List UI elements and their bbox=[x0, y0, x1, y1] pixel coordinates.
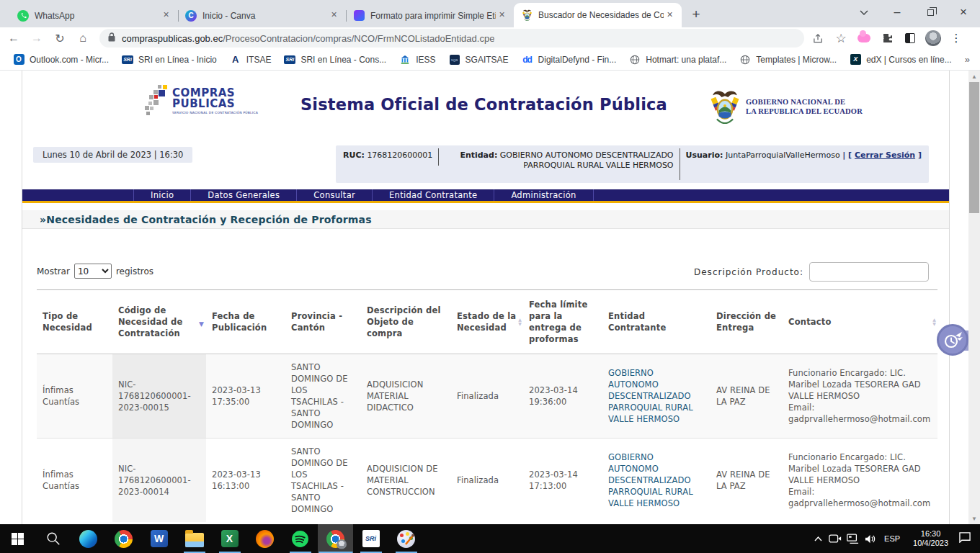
nav-consultar[interactable]: Consultar bbox=[297, 189, 373, 201]
taskbar-file-explorer[interactable] bbox=[177, 524, 212, 553]
col-codigo-necesidad[interactable]: Código de Necesidad de Contratación▼ bbox=[112, 290, 206, 354]
bookmark-star-icon[interactable]: ☆ bbox=[832, 29, 850, 48]
tab-canva[interactable]: C Inicio - Canva × bbox=[178, 4, 346, 27]
close-icon[interactable]: × bbox=[160, 9, 172, 22]
minimize-button[interactable]: – bbox=[881, 0, 914, 24]
tab-buscador-necesidades[interactable]: Buscador de Necesidades de Con × bbox=[514, 3, 682, 27]
tab-whatsapp[interactable]: WhatsApp × bbox=[10, 4, 178, 27]
col-direccion-entrega[interactable]: Dirección de Entrega bbox=[710, 290, 783, 354]
extensions-puzzle-icon[interactable] bbox=[878, 29, 896, 48]
forward-button[interactable]: → bbox=[27, 29, 46, 48]
scroll-up-icon[interactable]: ▲ bbox=[968, 71, 980, 82]
share-icon[interactable] bbox=[808, 29, 827, 48]
bookmark-sri-consultas[interactable]: SRiSRI en Línea - Cons... bbox=[278, 51, 392, 68]
bookmark-itsae[interactable]: AITSAE bbox=[224, 51, 277, 68]
tab-labels[interactable]: Formato para imprimir Simple Eti × bbox=[346, 4, 514, 27]
sort-both-icon[interactable]: ▲▼ bbox=[932, 318, 936, 326]
bookmark-outlook[interactable]: OOutlook.com - Micr... bbox=[7, 51, 115, 68]
nav-inicio[interactable]: Inicio bbox=[134, 189, 191, 201]
entidad-link[interactable]: GOBIERNO AUTONOMO DESCENTRALIZADO PARROQ… bbox=[608, 452, 693, 508]
cell-direccion: AV REINA DE LA PAZ bbox=[710, 354, 783, 439]
globe-icon bbox=[629, 54, 641, 66]
floating-timer-widget[interactable] bbox=[937, 324, 968, 356]
meet-now-icon[interactable] bbox=[827, 524, 844, 553]
col-descripcion-objeto[interactable]: Descripción del Objeto de compra bbox=[361, 290, 451, 354]
scrollbar-thumb[interactable] bbox=[969, 82, 979, 213]
reload-button[interactable]: ↻ bbox=[50, 29, 69, 48]
bookmark-sgaitsae[interactable]: sgaSGAITSAE bbox=[443, 51, 514, 68]
entidad-link[interactable]: GOBIERNO AUTONOMO DESCENTRALIZADO PARROQ… bbox=[608, 368, 693, 424]
bookmark-hotmart[interactable]: Hotmart: una plataf... bbox=[623, 51, 732, 68]
taskbar-search[interactable] bbox=[35, 524, 71, 553]
winged-clock-icon[interactable] bbox=[937, 324, 968, 356]
mostrar-label: Mostrar bbox=[37, 266, 70, 276]
bookmarks-bar: OOutlook.com - Micr... SRiSRI en Línea -… bbox=[0, 49, 980, 71]
address-bar[interactable]: compraspublicas.gob.ec/ProcesoContrataci… bbox=[99, 29, 804, 48]
taskbar-chrome-active[interactable] bbox=[318, 524, 353, 553]
close-icon[interactable]: × bbox=[496, 9, 508, 22]
restore-button[interactable] bbox=[914, 0, 947, 24]
browser-tab-strip: WhatsApp × C Inicio - Canva × Formato pa… bbox=[0, 0, 980, 27]
bookmark-templates[interactable]: Templates | Microw... bbox=[734, 51, 842, 68]
language-indicator[interactable]: ESP bbox=[884, 534, 900, 543]
taskbar-word[interactable]: W bbox=[141, 524, 177, 553]
taskbar-excel[interactable]: X bbox=[212, 524, 247, 553]
sgaitsae-icon: sga bbox=[449, 54, 460, 66]
home-button[interactable]: ⌂ bbox=[74, 29, 92, 48]
col-tipo-necesidad[interactable]: Tipo de Necesidad bbox=[37, 290, 112, 354]
taskbar-paint[interactable] bbox=[388, 524, 424, 553]
table-controls: Mostrar 10 registros Descripción Product… bbox=[22, 262, 949, 284]
section-title: »Necesidades de Contratación y Recepción… bbox=[22, 214, 372, 225]
page-size-select[interactable]: 10 bbox=[74, 264, 112, 279]
taskbar-clock[interactable]: 16:30 10/4/2023 bbox=[913, 529, 948, 548]
table-row: Ínfimas Cuantías NIC-1768120600001-2023-… bbox=[37, 354, 937, 439]
taskbar-chrome[interactable] bbox=[106, 524, 141, 553]
weather-extension-icon[interactable] bbox=[855, 29, 873, 48]
col-fecha-limite[interactable]: Fecha límite para la entrega de proforma… bbox=[523, 290, 602, 354]
nav-datos-generales[interactable]: Datos Generales bbox=[191, 189, 297, 201]
bookmark-sri-inicio[interactable]: SRiSRI en Línea - Inicio bbox=[116, 51, 223, 68]
close-icon[interactable]: × bbox=[664, 9, 676, 22]
nav-administracion[interactable]: Administración bbox=[494, 189, 593, 201]
bookmark-edx[interactable]: XedX | Cursos en líne... bbox=[844, 51, 958, 68]
close-window-button[interactable]: × bbox=[947, 0, 980, 24]
nav-entidad-contratante[interactable]: Entidad Contratante bbox=[373, 189, 494, 201]
page-scrollbar[interactable]: ▲ ▼ bbox=[968, 71, 980, 524]
reading-list-icon[interactable] bbox=[901, 29, 919, 48]
back-button[interactable]: ← bbox=[4, 29, 23, 48]
taskbar-edge[interactable] bbox=[71, 524, 106, 553]
tray-chevron-up-icon[interactable] bbox=[809, 524, 827, 553]
government-logo: GOBIERNO NACIONAL DE LA REPUBLICA DEL EC… bbox=[710, 84, 863, 124]
start-button[interactable] bbox=[0, 524, 35, 553]
descripcion-producto-input[interactable] bbox=[809, 262, 929, 282]
col-estado-necesidad[interactable]: Estado de la Necesidad ▲▼ bbox=[451, 290, 523, 354]
browser-menu-icon[interactable]: ⋮ bbox=[947, 29, 966, 48]
taskbar-sri[interactable]: SRi bbox=[353, 524, 388, 553]
close-icon[interactable]: × bbox=[328, 9, 340, 22]
section-title-strip: »Necesidades de Contratación y Recepción… bbox=[22, 210, 949, 229]
volume-icon[interactable] bbox=[861, 524, 878, 553]
cell-direccion: AV REINA DE LA PAZ bbox=[710, 439, 783, 523]
tab-search-chevron-icon[interactable] bbox=[847, 0, 881, 24]
windows-logo-icon bbox=[12, 533, 24, 545]
scroll-down-icon[interactable]: ▼ bbox=[968, 513, 980, 524]
col-contacto[interactable]: Contacto ▲▼ bbox=[783, 290, 937, 354]
action-center-icon[interactable] bbox=[958, 531, 971, 546]
cell-tipo: Ínfimas Cuantías bbox=[37, 439, 112, 523]
network-icon[interactable] bbox=[844, 524, 861, 553]
col-provincia-canton[interactable]: Provincia - Cantón bbox=[285, 290, 361, 354]
registros-label: registros bbox=[116, 266, 153, 276]
sort-both-icon[interactable]: ▲▼ bbox=[518, 318, 522, 326]
col-entidad-contratante[interactable]: Entidad Contratante bbox=[602, 290, 710, 354]
bookmark-iess[interactable]: IESS bbox=[393, 51, 441, 68]
profile-avatar[interactable] bbox=[924, 29, 943, 48]
cell-provincia: SANTO DOMINGO DE LOS TSACHILAS - SANTO D… bbox=[285, 439, 361, 523]
taskbar-firefox[interactable] bbox=[247, 524, 282, 553]
col-fecha-publicacion[interactable]: Fecha de Publicación bbox=[206, 290, 285, 354]
bookmarks-overflow-icon[interactable]: » bbox=[965, 54, 974, 65]
logout-link[interactable]: | [ Cerrar Sesión ] bbox=[842, 150, 922, 160]
new-tab-button[interactable]: + bbox=[686, 5, 706, 25]
sort-desc-icon[interactable]: ▼ bbox=[199, 318, 204, 330]
taskbar-spotify[interactable] bbox=[282, 524, 318, 553]
bookmark-digitaldefynd[interactable]: ddDigitalDefynd - Fin... bbox=[516, 51, 623, 68]
